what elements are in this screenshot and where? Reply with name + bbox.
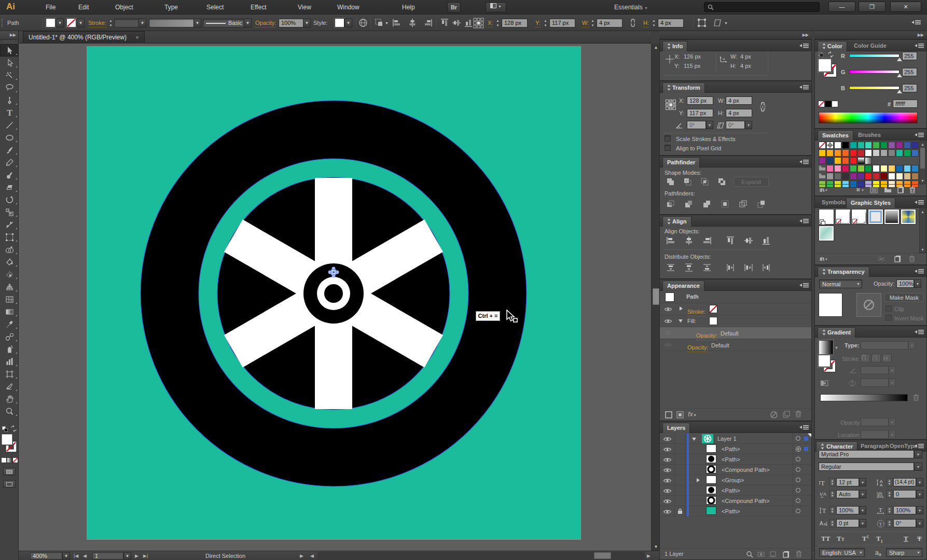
- panel-collapse-icon[interactable]: [822, 43, 826, 49]
- swatch-gradient[interactable]: [865, 157, 872, 164]
- y-label[interactable]: Y:: [535, 18, 541, 27]
- layer-name[interactable]: <Compound Path>: [722, 498, 769, 504]
- align-bottom-icon[interactable]: [762, 236, 771, 245]
- minimize-button[interactable]: —: [828, 2, 855, 12]
- bridge-button[interactable]: Br: [447, 2, 461, 12]
- tab-info[interactable]: Info: [662, 41, 687, 51]
- case-button-5[interactable]: T: [917, 535, 922, 543]
- dist-center-h-icon[interactable]: [744, 263, 753, 272]
- fill-dropdown-icon[interactable]: ▼: [56, 19, 64, 27]
- transform-w-field[interactable]: 4 px: [726, 96, 752, 105]
- gradient-tool[interactable]: [0, 305, 19, 318]
- swatch-color[interactable]: [842, 165, 849, 172]
- disclosure-down-icon[interactable]: [679, 319, 683, 323]
- appearance-row[interactable]: Fill:: [660, 315, 811, 327]
- tab-appearance[interactable]: Appearance: [662, 281, 704, 291]
- visibility-eye-icon[interactable]: [663, 468, 671, 473]
- panel-menu-icon[interactable]: [915, 200, 924, 205]
- visibility-eye-icon[interactable]: [663, 447, 671, 452]
- menu-edit[interactable]: Edit: [78, 0, 89, 15]
- visibility-eye-icon[interactable]: [665, 343, 672, 347]
- delete-swatch-icon[interactable]: [909, 186, 916, 193]
- document-setup-icon[interactable]: [358, 18, 368, 27]
- align-pixel-grid-checkbox[interactable]: [665, 145, 671, 151]
- eraser-tool[interactable]: [0, 181, 19, 193]
- make-mask-button[interactable]: Make Mask: [884, 293, 924, 302]
- add-new-stroke-icon[interactable]: [665, 411, 672, 418]
- swatch-color[interactable]: [911, 142, 919, 149]
- green-channel-slider-thumb[interactable]: [897, 74, 902, 77]
- target-icon[interactable]: [796, 498, 800, 503]
- panel-menu-icon[interactable]: [799, 218, 809, 224]
- arrange-documents-button[interactable]: ▼: [486, 2, 506, 12]
- stroke-swatch[interactable]: [66, 18, 76, 27]
- artboard-tool[interactable]: [0, 368, 19, 380]
- live-paint-selection-tool[interactable]: [0, 268, 19, 281]
- shape-builder-tool[interactable]: [0, 243, 19, 256]
- reference-point-icon[interactable]: [473, 18, 484, 29]
- swatch-color[interactable]: [842, 142, 849, 149]
- appearance-row-label[interactable]: Opacity:: [687, 343, 708, 352]
- stroke-gradient-along-icon[interactable]: [871, 354, 881, 362]
- panel-menu-icon[interactable]: [915, 43, 924, 49]
- opacity-field[interactable]: 100%: [279, 19, 303, 27]
- new-color-group-icon[interactable]: [884, 187, 892, 193]
- tab-align[interactable]: Align: [662, 216, 691, 227]
- gradient-angle-dropdown-icon[interactable]: ▼: [889, 366, 896, 374]
- swap-fill-stroke-icon[interactable]: [10, 425, 17, 432]
- reverse-gradient-icon[interactable]: [820, 380, 828, 387]
- perspective-grid-tool[interactable]: [0, 281, 19, 293]
- gradient-angle-field[interactable]: [861, 366, 889, 374]
- hex-value-field[interactable]: ffffff: [893, 100, 918, 108]
- layer-name[interactable]: <Path>: [722, 446, 740, 452]
- swatch-color[interactable]: [865, 173, 872, 180]
- leading-field[interactable]: (14,4 pt): [893, 478, 916, 486]
- tab-transparency[interactable]: Transparency: [818, 267, 869, 277]
- intersect-icon[interactable]: [700, 177, 709, 186]
- swatch-color[interactable]: [826, 165, 834, 172]
- baseline-shift-dropdown-icon[interactable]: ▼: [859, 519, 866, 527]
- rotate-angle-field[interactable]: 0°: [687, 121, 706, 129]
- swatch-color[interactable]: [834, 142, 841, 149]
- delete-stop-icon[interactable]: [912, 394, 920, 401]
- delete-item-icon[interactable]: [795, 410, 802, 417]
- swatch-color[interactable]: [834, 157, 841, 164]
- new-swatch-icon[interactable]: [897, 186, 904, 193]
- disclosure-right-icon[interactable]: [680, 306, 683, 311]
- color-spectrum-bar[interactable]: [819, 112, 918, 123]
- swatch-color[interactable]: [873, 142, 880, 149]
- layer-row[interactable]: <Path>: [660, 444, 811, 454]
- document-tab[interactable]: Untitled-1* @ 400% (RGB/Preview) ×: [23, 31, 145, 44]
- x-field[interactable]: 128 px: [502, 19, 528, 27]
- tab-graphic-styles[interactable]: Graphic Styles: [846, 198, 895, 208]
- fill-color-swatch[interactable]: [2, 434, 12, 445]
- layer-row[interactable]: <Compound Path>: [660, 465, 811, 475]
- controlbar-menu-icon[interactable]: [911, 19, 921, 26]
- pen-tool[interactable]: [0, 94, 19, 106]
- swatch-color[interactable]: [850, 173, 857, 180]
- swatch-color[interactable]: [865, 165, 872, 172]
- swatch-color[interactable]: [880, 149, 888, 157]
- stroke-gradient-within-icon[interactable]: [861, 354, 870, 362]
- visibility-eye-icon[interactable]: [663, 488, 671, 494]
- none-mode-button[interactable]: [12, 457, 18, 463]
- blend-mode-field[interactable]: Normal▼: [819, 279, 862, 288]
- layer-row[interactable]: <Group>: [660, 475, 811, 485]
- target-icon[interactable]: [796, 467, 800, 472]
- style-swatch[interactable]: [335, 18, 344, 27]
- font-style-field[interactable]: Regular: [819, 463, 914, 471]
- constrain-wh-icon[interactable]: [757, 102, 768, 112]
- language-dropdown-icon[interactable]: ▼: [859, 551, 863, 554]
- gradient-preview-swatch[interactable]: [819, 340, 833, 355]
- constrain-proportions-icon[interactable]: [629, 19, 637, 27]
- slice-tool[interactable]: [0, 380, 19, 393]
- blue-channel-slider[interactable]: [849, 86, 900, 90]
- gradient-opacity-field[interactable]: [861, 418, 889, 426]
- brush-dropdown-icon[interactable]: ▼: [244, 19, 252, 27]
- case-button-1[interactable]: TT: [837, 535, 845, 543]
- target-icon[interactable]: [796, 446, 801, 452]
- ellipse-tool[interactable]: [0, 131, 19, 144]
- blob-brush-tool[interactable]: [0, 169, 19, 181]
- swatch-color[interactable]: [865, 142, 872, 149]
- stroke-dropdown-icon[interactable]: ▼: [77, 19, 85, 27]
